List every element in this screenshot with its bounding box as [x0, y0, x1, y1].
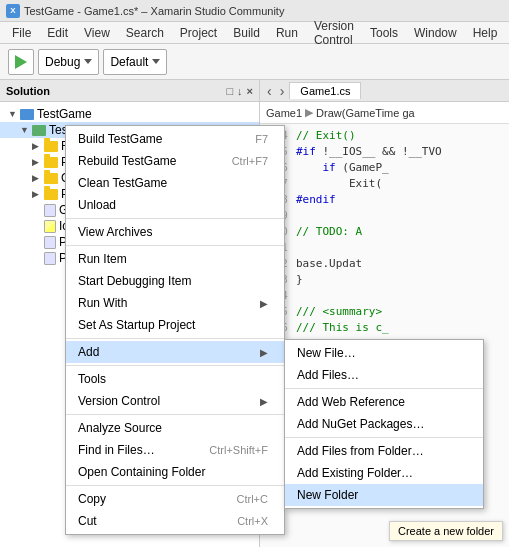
ctx-view-archives-label: View Archives: [78, 225, 152, 239]
panel-close-icon[interactable]: ×: [247, 85, 253, 97]
window-title: TestGame - Game1.cs* – Xamarin Studio Co…: [24, 5, 284, 17]
ctx-copy-shortcut: Ctrl+C: [237, 493, 268, 505]
ctx-rebuild-shortcut: Ctrl+F7: [232, 155, 268, 167]
add-sep-1: [285, 388, 483, 389]
add-web-ref-label: Add Web Reference: [297, 395, 405, 409]
code-line-65: 65 #if !__IOS__ && !__TVO: [264, 144, 505, 160]
ctx-add[interactable]: Add ▶: [66, 341, 284, 363]
code-line-76: 76 /// This is c_: [264, 320, 505, 336]
ctx-view-archives[interactable]: View Archives: [66, 221, 284, 243]
add-web-ref[interactable]: Add Web Reference: [285, 391, 483, 413]
run-button[interactable]: [8, 49, 34, 75]
cs-file-icon-game1: [44, 204, 56, 217]
ctx-sep-5: [66, 414, 284, 415]
add-new-folder-label: New Folder: [297, 488, 358, 502]
code-line-75: 75 /// <summary>: [264, 304, 505, 320]
code-line-70: 70 // TODO: A: [264, 224, 505, 240]
ctx-cut[interactable]: Cut Ctrl+X: [66, 510, 284, 532]
ctx-tools[interactable]: Tools: [66, 368, 284, 390]
config-label: Default: [110, 55, 148, 69]
ctx-set-startup[interactable]: Set As Startup Project: [66, 314, 284, 336]
solution-icon: [20, 109, 34, 120]
ctx-start-debugging[interactable]: Start Debugging Item: [66, 270, 284, 292]
code-line-69: 69: [264, 208, 505, 224]
add-files-folder[interactable]: Add Files from Folder…: [285, 440, 483, 462]
title-bar: X TestGame - Game1.cs* – Xamarin Studio …: [0, 0, 509, 22]
menu-help[interactable]: Help: [465, 24, 506, 42]
editor-tab-game1cs[interactable]: Game1.cs: [289, 82, 361, 99]
ctx-run-item-label: Run Item: [78, 252, 127, 266]
editor-tab-bar: ‹ › Game1.cs: [260, 80, 509, 102]
menu-file[interactable]: File: [4, 24, 39, 42]
menu-tools[interactable]: Tools: [362, 24, 406, 42]
img-file-icon: [44, 220, 56, 233]
ctx-sep-4: [66, 365, 284, 366]
code-line-66: 66 if (GameP_: [264, 160, 505, 176]
menu-run[interactable]: Run: [268, 24, 306, 42]
ctx-clean-testgame[interactable]: Clean TestGame: [66, 172, 284, 194]
run-arrow-icon: [15, 55, 27, 69]
app-icon: X: [6, 4, 20, 18]
breadcrumb-method: Draw(GameTime ga: [316, 107, 415, 119]
ctx-clean-label: Clean TestGame: [78, 176, 167, 190]
ctx-open-containing[interactable]: Open Containing Folder: [66, 461, 284, 483]
ctx-build-testgame[interactable]: Build TestGame F7: [66, 128, 284, 150]
add-files-label: Add Files…: [297, 368, 359, 382]
ctx-start-debugging-label: Start Debugging Item: [78, 274, 191, 288]
tooltip-create-folder: Create a new folder: [389, 521, 503, 541]
config-dropdown[interactable]: Default: [103, 49, 167, 75]
tab-next-btn[interactable]: ›: [277, 83, 288, 99]
ctx-analyze-source[interactable]: Analyze Source: [66, 417, 284, 439]
ctx-rebuild-testgame[interactable]: Rebuild TestGame Ctrl+F7: [66, 150, 284, 172]
add-new-file[interactable]: New File…: [285, 342, 483, 364]
panel-controls: □ ↓ ×: [226, 85, 253, 97]
tab-label: Game1.cs: [300, 85, 350, 97]
add-sep-2: [285, 437, 483, 438]
debug-dropdown-arrow: [84, 59, 92, 64]
folder-icon-properties: [44, 189, 58, 200]
ctx-build-label: Build TestGame: [78, 132, 163, 146]
menu-version-control[interactable]: Version Control: [306, 17, 362, 49]
ctx-unload[interactable]: Unload: [66, 194, 284, 216]
menu-edit[interactable]: Edit: [39, 24, 76, 42]
ctx-open-containing-label: Open Containing Folder: [78, 465, 205, 479]
debug-dropdown[interactable]: Debug: [38, 49, 99, 75]
cs-file-icon-program: [44, 252, 56, 265]
breadcrumb-bar: Game1 ▶ Draw(GameTime ga: [260, 102, 509, 124]
menu-view[interactable]: View: [76, 24, 118, 42]
code-line-73: 73 }: [264, 272, 505, 288]
add-new-folder[interactable]: New Folder: [285, 484, 483, 506]
ctx-cut-shortcut: Ctrl+X: [237, 515, 268, 527]
debug-label: Debug: [45, 55, 80, 69]
add-files-folder-label: Add Files from Folder…: [297, 444, 424, 458]
ctx-run-item[interactable]: Run Item: [66, 248, 284, 270]
panel-expand-icon[interactable]: ↓: [237, 85, 243, 97]
ctx-version-control[interactable]: Version Control ▶: [66, 390, 284, 412]
solution-panel-header: Solution □ ↓ ×: [0, 80, 259, 102]
editor-content: 64 // Exit() 65 #if !__IOS__ && !__TVO 6…: [260, 124, 509, 356]
tab-prev-btn[interactable]: ‹: [264, 83, 275, 99]
ctx-sep-1: [66, 218, 284, 219]
add-existing-folder[interactable]: Add Existing Folder…: [285, 462, 483, 484]
solution-panel-title: Solution: [6, 85, 50, 97]
tree-label-solution: TestGame: [37, 107, 92, 121]
menu-search[interactable]: Search: [118, 24, 172, 42]
ctx-version-control-arrow: ▶: [260, 396, 268, 407]
menu-build[interactable]: Build: [225, 24, 268, 42]
ctx-add-wrap: Add ▶ New File… Add Files… Add Web Refer…: [66, 341, 284, 363]
add-nuget-label: Add NuGet Packages…: [297, 417, 424, 431]
ctx-cut-label: Cut: [78, 514, 97, 528]
add-files[interactable]: Add Files…: [285, 364, 483, 386]
menu-window[interactable]: Window: [406, 24, 465, 42]
ctx-run-with-label: Run With: [78, 296, 127, 310]
ctx-run-with[interactable]: Run With ▶: [66, 292, 284, 314]
folder-icon-content: [44, 173, 58, 184]
tree-item-solution[interactable]: ▼ TestGame: [0, 106, 259, 122]
ctx-set-startup-label: Set As Startup Project: [78, 318, 195, 332]
ctx-find-in-files[interactable]: Find in Files… Ctrl+Shift+F: [66, 439, 284, 461]
add-nuget[interactable]: Add NuGet Packages…: [285, 413, 483, 435]
ctx-copy[interactable]: Copy Ctrl+C: [66, 488, 284, 510]
code-line-68: 68 #endif: [264, 192, 505, 208]
panel-minimize-icon[interactable]: □: [226, 85, 233, 97]
menu-project[interactable]: Project: [172, 24, 225, 42]
